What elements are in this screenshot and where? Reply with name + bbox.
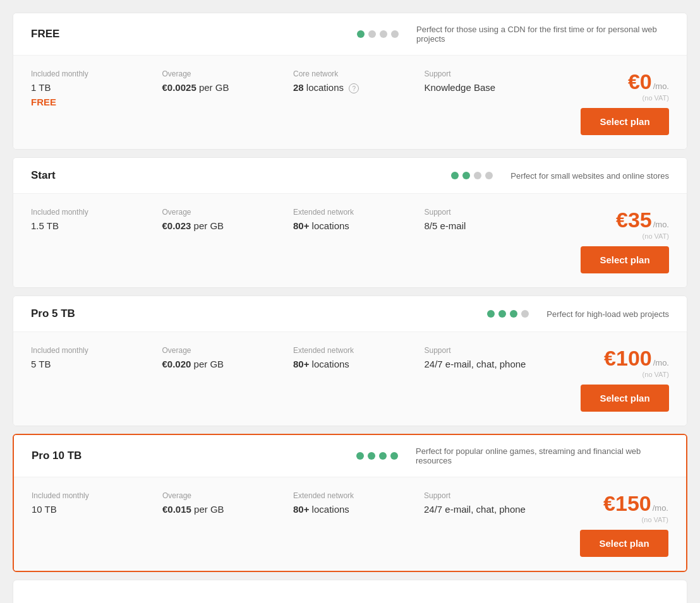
plan-dots-pro5 (487, 310, 529, 318)
dot-2 (379, 452, 387, 460)
overage-label-free: Overage (162, 69, 294, 78)
overage-bold-free: €0.0025 (162, 82, 196, 93)
plan-card-pro10: Pro 10 TB Perfect for popular online gam… (13, 434, 687, 572)
overage-label-start: Overage (162, 208, 294, 217)
included-label-pro5: Included monthly (31, 346, 162, 355)
free-label-free: FREE (31, 97, 162, 107)
price-amount-pro10: €150 (603, 491, 651, 516)
plan-details-pro10: Included monthly 10 TB Overage €0.015 pe… (14, 477, 686, 571)
network-group-pro10: Extended network 80+ locations (293, 491, 424, 515)
support-group-pro5: Support 24/7 e-mail, chat, phone (425, 346, 556, 369)
overage-label-pro10: Overage (162, 491, 293, 500)
network-group-pro5: Extended network 80+ locations (293, 346, 425, 369)
support-label-free: Support (425, 69, 556, 78)
plan-tagline-pro5: Perfect for high-load web projects (546, 309, 669, 319)
plan-tagline-free: Perfect for those using a CDN for the fi… (416, 25, 669, 44)
select-plan-button-free[interactable]: Select plan (581, 108, 669, 135)
network-bold-pro5: 80+ (293, 359, 309, 369)
select-plan-button-pro5[interactable]: Select plan (581, 385, 669, 412)
select-plan-button-pro10[interactable]: Select plan (580, 530, 668, 557)
price-block-pro10: €150 /mo. (no VAT) (603, 491, 668, 523)
included-label-free: Included monthly (31, 69, 162, 78)
price-vat-free: (no VAT) (643, 94, 669, 102)
plan-dots-start (451, 172, 493, 179)
price-amount-start: €35 (616, 208, 652, 232)
network-label-free: Core network (293, 69, 425, 78)
plans-container: FREE Perfect for those using a CDN for t… (13, 13, 687, 603)
dot-1 (368, 30, 376, 38)
select-plan-button-start[interactable]: Select plan (581, 246, 669, 273)
plan-details-pro5: Included monthly 5 TB Overage €0.020 per… (13, 332, 687, 426)
price-period-pro10: /mo. (653, 503, 668, 513)
price-period-free: /mo. (653, 81, 669, 91)
support-value-start: 8/5 e-mail (425, 220, 556, 231)
plan-name-start: Start (31, 169, 157, 182)
overage-value-start: €0.023 per GB (162, 220, 294, 231)
overage-group-start: Overage €0.023 per GB (162, 208, 294, 231)
overage-bold-pro10: €0.015 (162, 504, 191, 515)
support-group-free: Support Knowledge Base (425, 69, 556, 93)
price-line-free: €0 /mo. (628, 69, 669, 94)
network-value-start: 80+ locations (293, 220, 425, 231)
included-value-pro5: 5 TB (31, 359, 162, 369)
plan-header-start: Start Perfect for small websites and onl… (13, 158, 687, 194)
network-label-start: Extended network (293, 208, 425, 217)
included-value-start: 1.5 TB (31, 220, 162, 231)
plan-header-free: FREE Perfect for those using a CDN for t… (13, 13, 687, 56)
plan-tagline-pro10: Perfect for popular online games, stream… (416, 446, 668, 465)
plan-name-pro5: Pro 5 TB (31, 307, 157, 320)
price-vat-pro5: (no VAT) (643, 371, 669, 378)
price-amount-free: €0 (628, 69, 652, 94)
support-group-pro10: Support 24/7 e-mail, chat, phone (424, 491, 555, 515)
included-label-start: Included monthly (31, 208, 162, 217)
overage-group-pro10: Overage €0.015 per GB (162, 491, 293, 515)
price-action-start: €35 /mo. (no VAT) Select plan (555, 208, 669, 273)
plan-name-free: FREE (31, 28, 157, 40)
included-group-pro10: Included monthly 10 TB (32, 491, 162, 515)
plan-dots-pro10 (356, 452, 398, 460)
dot-3 (521, 310, 529, 318)
dot-0 (356, 452, 364, 460)
network-bold-pro10: 80+ (293, 504, 309, 515)
support-value-free: Knowledge Base (425, 82, 556, 93)
dot-3 (391, 30, 399, 38)
price-period-start: /mo. (653, 220, 669, 229)
overage-group-pro5: Overage €0.020 per GB (162, 346, 294, 369)
plan-details-start: Included monthly 1.5 TB Overage €0.023 p… (13, 194, 687, 287)
price-block-start: €35 /mo. (no VAT) (616, 208, 669, 240)
plan-card-free: FREE Perfect for those using a CDN for t… (13, 13, 687, 150)
dot-1 (462, 172, 470, 179)
plan-card-start: Start Perfect for small websites and onl… (13, 157, 687, 288)
plan-header-pro5: Pro 5 TB Perfect for high-load web proje… (13, 296, 687, 332)
overage-label-pro5: Overage (162, 346, 294, 355)
dot-2 (380, 30, 387, 38)
plan-card-pro5: Pro 5 TB Perfect for high-load web proje… (13, 296, 687, 426)
dot-3 (390, 452, 398, 460)
network-label-pro10: Extended network (293, 491, 424, 500)
network-group-free: Core network 28 locations ? (293, 69, 425, 93)
dot-3 (485, 172, 493, 179)
plan-dots-free (357, 30, 399, 38)
dot-0 (451, 172, 459, 179)
support-group-start: Support 8/5 e-mail (425, 208, 556, 231)
network-value-free: 28 locations ? (293, 82, 425, 93)
included-group-free: Included monthly 1 TB FREE (31, 69, 162, 107)
price-vat-pro10: (no VAT) (642, 516, 668, 523)
dot-1 (498, 310, 506, 318)
dot-2 (474, 172, 481, 179)
price-vat-start: (no VAT) (643, 232, 669, 240)
overage-value-pro5: €0.020 per GB (162, 359, 294, 369)
info-icon[interactable]: ? (349, 83, 359, 93)
plan-tagline-start: Perfect for small websites and online st… (510, 171, 669, 181)
support-label-start: Support (425, 208, 556, 217)
support-label-pro5: Support (425, 346, 556, 355)
overage-bold-pro5: €0.020 (162, 359, 191, 369)
support-label-pro10: Support (424, 491, 555, 500)
included-label-pro10: Included monthly (32, 491, 162, 500)
overage-value-pro10: €0.015 per GB (162, 504, 293, 515)
price-period-pro5: /mo. (653, 358, 669, 367)
network-label-pro5: Extended network (293, 346, 425, 355)
price-block-pro5: €100 /mo. (no VAT) (604, 346, 669, 378)
included-value-pro10: 10 TB (32, 504, 162, 515)
dot-2 (510, 310, 517, 318)
